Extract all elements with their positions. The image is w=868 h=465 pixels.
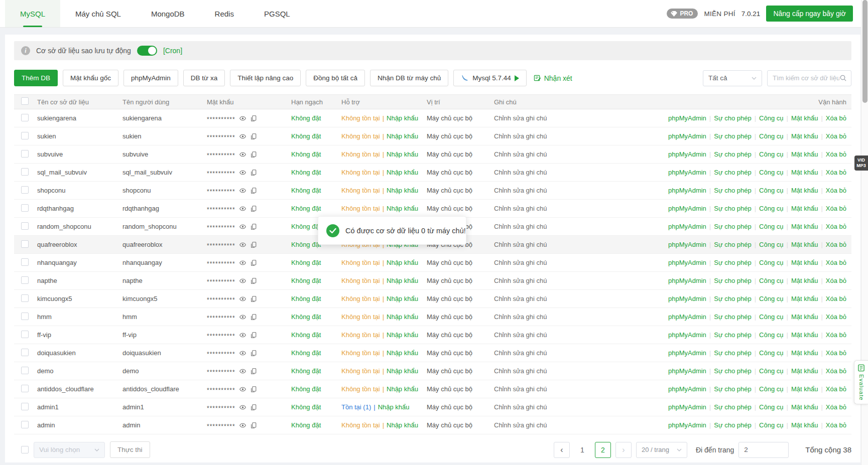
show-password-icon[interactable] [239, 187, 246, 194]
action-c-ng-c[interactable]: Công cụ [759, 313, 783, 321]
copy-password-icon[interactable] [250, 115, 257, 122]
tab-mongodb[interactable]: MongoDB [136, 0, 200, 27]
thi-t-l-p-n-ng-cao-button[interactable]: Thiết lập nâng cao [230, 70, 301, 86]
edit-note-link[interactable]: Chỉnh sửa ghi chú [494, 349, 547, 357]
tab-mysql[interactable]: MySQL [5, 0, 60, 27]
action-m-t-kh-u[interactable]: Mật khẩu [791, 114, 818, 122]
import-link[interactable]: Nhập khẩu [387, 187, 418, 194]
action-c-ng-c[interactable]: Công cụ [759, 259, 783, 266]
copy-password-icon[interactable] [250, 187, 257, 194]
action-s-cho-ph-p[interactable]: Sự cho phép [714, 421, 751, 429]
row-checkbox[interactable] [21, 258, 29, 266]
copy-password-icon[interactable] [250, 404, 257, 411]
edit-note-link[interactable]: Chỉnh sửa ghi chú [494, 114, 547, 122]
action-c-ng-c[interactable]: Công cụ [759, 349, 783, 357]
row-checkbox[interactable] [21, 385, 29, 392]
cron-link[interactable]: [Cron] [163, 47, 182, 55]
action-s-cho-ph-p[interactable]: Sự cho phép [714, 169, 751, 176]
copy-password-icon[interactable] [250, 241, 257, 248]
action-phpmyadmin[interactable]: phpMyAdmin [668, 205, 706, 212]
edit-note-link[interactable]: Chỉnh sửa ghi chú [494, 223, 547, 230]
import-link[interactable]: Nhập khẩu [387, 385, 418, 393]
table-row[interactable]: rdqthanhgag rdqthanhgag ********** Không… [14, 200, 851, 218]
action-c-ng-c[interactable]: Công cụ [759, 367, 783, 375]
import-link[interactable]: Nhập khẩu [378, 403, 410, 411]
action-m-t-kh-u[interactable]: Mật khẩu [791, 421, 818, 429]
action-c-ng-c[interactable]: Công cụ [759, 403, 783, 411]
action-phpmyadmin[interactable]: phpMyAdmin [668, 421, 706, 429]
show-password-icon[interactable] [239, 277, 246, 284]
action-c-ng-c[interactable]: Công cụ [759, 205, 783, 212]
quota-link[interactable]: Không đặt [291, 277, 321, 284]
action-c-ng-c[interactable]: Công cụ [759, 223, 783, 230]
action-s-cho-ph-p[interactable]: Sự cho phép [714, 150, 751, 158]
row-checkbox[interactable] [21, 313, 29, 320]
quota-link[interactable]: Không đặt [291, 385, 321, 393]
import-link[interactable]: Nhập khẩu [387, 367, 418, 375]
import-link[interactable]: Nhập khẩu [387, 421, 418, 429]
table-row[interactable]: sukiengarena sukiengarena ********** Khô… [14, 109, 851, 127]
action-c-ng-c[interactable]: Công cụ [759, 241, 783, 248]
ng-b-t-t-c-button[interactable]: Đồng bộ tất cả [306, 70, 365, 86]
action-s-cho-ph-p[interactable]: Sự cho phép [714, 313, 751, 321]
import-link[interactable]: Nhập khẩu [387, 313, 418, 321]
copy-password-icon[interactable] [250, 314, 257, 321]
edit-note-link[interactable]: Chỉnh sửa ghi chú [494, 187, 547, 194]
quota-link[interactable]: Không đặt [291, 331, 321, 339]
action-c-ng-c[interactable]: Công cụ [759, 132, 783, 140]
quota-link[interactable]: Không đặt [291, 169, 321, 176]
edit-note-link[interactable]: Chỉnh sửa ghi chú [494, 295, 547, 302]
action-x-a-b[interactable]: Xóa bỏ [826, 349, 846, 357]
next-page-button[interactable]: › [615, 442, 632, 458]
mysql-version-button[interactable]: Mysql 5.7.44 [453, 70, 527, 86]
action-x-a-b[interactable]: Xóa bỏ [826, 114, 846, 122]
filter-select[interactable]: Tất cả [703, 70, 762, 86]
action-phpmyadmin[interactable]: phpMyAdmin [668, 241, 706, 248]
show-password-icon[interactable] [239, 386, 246, 393]
edit-note-link[interactable]: Chỉnh sửa ghi chú [494, 385, 547, 393]
edit-note-link[interactable]: Chỉnh sửa ghi chú [494, 403, 547, 411]
show-password-icon[interactable] [239, 115, 246, 122]
table-row[interactable]: doiquasukien doiquasukien ********** Khô… [14, 344, 851, 362]
action-m-t-kh-u[interactable]: Mật khẩu [791, 259, 818, 266]
import-link[interactable]: Nhập khẩu [387, 259, 418, 266]
import-link[interactable]: Nhập khẩu [387, 132, 418, 140]
evaluate-side-tab[interactable]: Evaluate [854, 360, 868, 404]
select-all-footer-checkbox[interactable] [21, 446, 29, 453]
table-row[interactable]: hmm hmm ********** Không đặt Không tồn t… [14, 308, 851, 326]
action-phpmyadmin[interactable]: phpMyAdmin [668, 132, 706, 140]
table-row[interactable]: kimcuongx5 kimcuongx5 ********** Không đ… [14, 290, 851, 308]
show-password-icon[interactable] [239, 368, 246, 375]
copy-password-icon[interactable] [250, 151, 257, 158]
table-row[interactable]: demo demo ********** Không đặt Không tồn… [14, 362, 851, 380]
action-s-cho-ph-p[interactable]: Sự cho phép [714, 331, 751, 339]
action-m-t-kh-u[interactable]: Mật khẩu [791, 331, 818, 339]
page-number-1[interactable]: 1 [574, 442, 590, 458]
action-c-ng-c[interactable]: Công cụ [759, 331, 783, 339]
action-s-cho-ph-p[interactable]: Sự cho phép [714, 259, 751, 266]
action-s-cho-ph-p[interactable]: Sự cho phép [714, 295, 751, 302]
show-password-icon[interactable] [239, 404, 246, 411]
quota-link[interactable]: Không đặt [291, 187, 321, 194]
show-password-icon[interactable] [239, 223, 246, 230]
action-s-cho-ph-p[interactable]: Sự cho phép [714, 132, 751, 140]
prev-page-button[interactable]: ‹ [554, 442, 570, 458]
execute-button[interactable]: Thực thi [110, 441, 150, 458]
show-password-icon[interactable] [239, 169, 246, 176]
table-row[interactable]: subvuive subvuive ********** Không đặt K… [14, 145, 851, 164]
action-phpmyadmin[interactable]: phpMyAdmin [668, 259, 706, 266]
action-s-cho-ph-p[interactable]: Sự cho phép [714, 403, 751, 411]
copy-password-icon[interactable] [250, 169, 257, 176]
action-m-t-kh-u[interactable]: Mật khẩu [791, 295, 818, 302]
action-phpmyadmin[interactable]: phpMyAdmin [668, 169, 706, 176]
action-m-t-kh-u[interactable]: Mật khẩu [791, 367, 818, 375]
action-x-a-b[interactable]: Xóa bỏ [826, 313, 846, 321]
action-phpmyadmin[interactable]: phpMyAdmin [668, 313, 706, 321]
page-size-select[interactable]: 20 / trang [636, 442, 687, 458]
phpmyadmin-button[interactable]: phpMyAdmin [123, 70, 178, 86]
table-row[interactable]: ff-vip ff-vip ********** Không đặt Không… [14, 326, 851, 344]
action-s-cho-ph-p[interactable]: Sự cho phép [714, 349, 751, 357]
edit-note-link[interactable]: Chỉnh sửa ghi chú [494, 259, 547, 266]
table-row[interactable]: nhanquangay nhanquangay ********** Không… [14, 254, 851, 272]
action-x-a-b[interactable]: Xóa bỏ [826, 367, 846, 375]
